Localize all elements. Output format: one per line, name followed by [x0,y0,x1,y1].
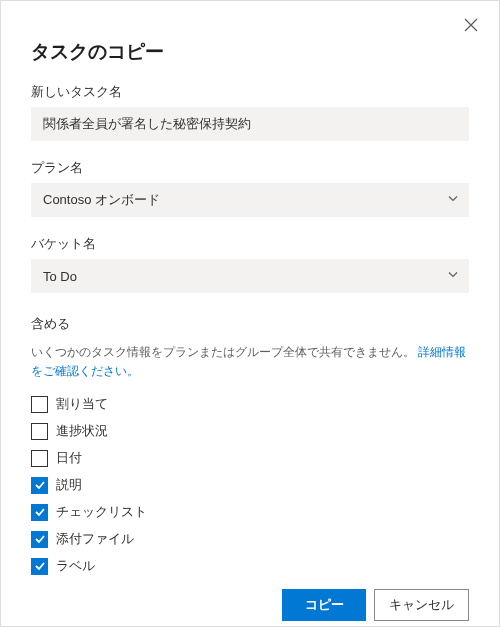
bucket-select-value: To Do [43,269,77,284]
dialog-title: タスクのコピー [31,39,469,65]
plan-label: プラン名 [31,159,469,177]
include-option-label: 日付 [56,449,82,467]
include-option[interactable]: ラベル [31,557,469,575]
checkbox-checked-icon [31,504,48,521]
include-label: 含める [31,315,469,333]
field-bucket: バケット名 To Do [31,235,469,293]
checkbox-checked-icon [31,531,48,548]
include-option-label: 進捗状況 [56,422,108,440]
checkbox-checked-icon [31,477,48,494]
dialog-footer: コピー キャンセル [31,575,469,621]
include-option[interactable]: 添付ファイル [31,530,469,548]
plan-select[interactable]: Contoso オンボード [31,183,469,217]
chevron-down-icon [447,193,459,208]
include-check-list: 割り当て進捗状況日付説明チェックリスト添付ファイルラベル [31,395,469,575]
field-plan: プラン名 Contoso オンボード [31,159,469,217]
include-option-label: 割り当て [56,395,108,413]
close-icon [464,18,478,32]
task-name-input[interactable] [31,107,469,141]
bucket-select[interactable]: To Do [31,259,469,293]
task-name-label: 新しいタスク名 [31,83,469,101]
include-option[interactable]: 日付 [31,449,469,467]
include-option[interactable]: チェックリスト [31,503,469,521]
include-option[interactable]: 割り当て [31,395,469,413]
checkbox-unchecked-icon [31,396,48,413]
checkbox-checked-icon [31,558,48,575]
include-option[interactable]: 説明 [31,476,469,494]
copy-button[interactable]: コピー [282,589,366,621]
bucket-label: バケット名 [31,235,469,253]
cancel-button[interactable]: キャンセル [374,589,469,621]
checkbox-unchecked-icon [31,450,48,467]
field-task-name: 新しいタスク名 [31,83,469,141]
checkbox-unchecked-icon [31,423,48,440]
include-option-label: 添付ファイル [56,530,134,548]
chevron-down-icon [447,269,459,284]
help-text-body: いくつかのタスク情報をプランまたはグループ全体で共有できません。 [31,345,415,359]
include-option[interactable]: 進捗状況 [31,422,469,440]
close-button[interactable] [457,11,485,39]
include-section: 含める いくつかのタスク情報をプランまたはグループ全体で共有できません。 詳細情… [31,315,469,575]
copy-task-dialog: タスクのコピー 新しいタスク名 プラン名 Contoso オンボード バケット名… [0,0,500,627]
include-help-text: いくつかのタスク情報をプランまたはグループ全体で共有できません。 詳細情報をご確… [31,343,469,381]
plan-select-value: Contoso オンボード [43,191,160,209]
include-option-label: 説明 [56,476,82,494]
include-option-label: チェックリスト [56,503,147,521]
include-option-label: ラベル [56,557,95,575]
